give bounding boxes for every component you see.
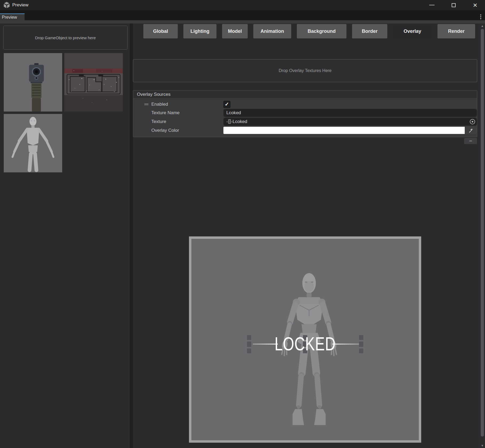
tab-preview[interactable]: Preview: [0, 13, 25, 20]
scroll-down-arrow-icon[interactable]: ▼: [480, 443, 485, 448]
toolbar-button-model[interactable]: Model: [222, 24, 248, 38]
overlay-sources-list: Enabled ✓ Texture Name Lcoked Texture --…: [133, 99, 477, 137]
vertical-scrollbar[interactable]: ▲ ▼: [480, 23, 485, 448]
enabled-row: Enabled ✓: [133, 100, 477, 108]
eyedropper-button[interactable]: [465, 127, 477, 134]
preview-viewport[interactable]: LOCKED: [189, 236, 421, 443]
texture-value-prefix: -: [226, 119, 228, 124]
texture-row: Texture --Lcoked: [133, 118, 477, 126]
minimize-button[interactable]: [426, 0, 438, 10]
texture-value-suffix: -Lcoked: [231, 119, 247, 124]
thumbnail-mannequin[interactable]: [4, 114, 62, 172]
texture-object-field[interactable]: --Lcoked: [223, 118, 477, 126]
texture-label: Texture: [151, 118, 166, 126]
toolbar-button-background[interactable]: Background: [297, 24, 346, 38]
texture-name-value: Lcoked: [226, 110, 241, 115]
eyedropper-icon: [468, 128, 473, 133]
gameobject-drop-zone[interactable]: Drop GameObject to preview here: [3, 26, 128, 50]
scroll-up-arrow-icon[interactable]: ▲: [480, 23, 485, 28]
toolbar-button-lighting[interactable]: Lighting: [183, 24, 216, 38]
preview-window: Preview ✕ Preview Drop GameObject to pre…: [0, 0, 485, 448]
toolbar-button-border[interactable]: Border: [352, 24, 387, 38]
object-picker-icon[interactable]: [470, 119, 475, 124]
window-title: Preview: [12, 0, 28, 10]
texture-name-label: Texture Name: [151, 109, 180, 117]
scrollbar-thumb[interactable]: [481, 29, 484, 437]
unity-logo-icon: [3, 2, 10, 9]
toolbar-button-global[interactable]: Global: [143, 24, 178, 38]
minimize-icon: [429, 5, 435, 5]
thumbnail-pistol[interactable]: [4, 53, 62, 112]
toolbar-button-animation[interactable]: Animation: [253, 24, 291, 38]
texture-name-row: Texture Name Lcoked: [133, 109, 477, 117]
toolbar-button-render[interactable]: Render: [437, 24, 475, 38]
maximize-button[interactable]: [447, 0, 460, 10]
close-icon: ✕: [473, 2, 478, 8]
overlay-texture-drop-zone[interactable]: Drop Overlay Textures Here: [133, 59, 477, 82]
overlay-color-swatch[interactable]: [223, 127, 465, 134]
toolbar-button-overlay[interactable]: Overlay: [393, 24, 432, 38]
overlay-color-row: Overlay Color: [133, 126, 477, 134]
drag-handle-icon[interactable]: [144, 104, 148, 105]
overlay-sources-header: Overlay Sources: [133, 90, 477, 98]
locked-overlay-text: LOCKED: [216, 333, 394, 355]
remove-source-button[interactable]: −: [464, 138, 477, 144]
close-button[interactable]: ✕: [469, 0, 481, 10]
toolbar-strip: [0, 20, 485, 23]
overlay-color-label: Overlay Color: [151, 126, 179, 134]
tab-bar: Preview: [0, 10, 485, 20]
maximize-icon: [452, 3, 456, 7]
enabled-label: Enabled: [151, 100, 168, 108]
overlay-sources-section: Overlay Sources Enabled ✓ Texture Name L…: [133, 90, 477, 137]
texture-thumbnail-icon: [228, 119, 231, 124]
preview-render: LOCKED: [191, 239, 419, 440]
title-bar: Preview ✕: [0, 0, 485, 10]
panel-divider[interactable]: [130, 23, 133, 448]
left-panel: Drop GameObject to preview here: [0, 23, 130, 448]
kebab-menu-icon[interactable]: [478, 13, 484, 20]
thumbnail-crate-texture[interactable]: [64, 53, 123, 112]
texture-name-input[interactable]: Lcoked: [223, 109, 477, 117]
enabled-checkbox[interactable]: ✓: [223, 101, 230, 108]
